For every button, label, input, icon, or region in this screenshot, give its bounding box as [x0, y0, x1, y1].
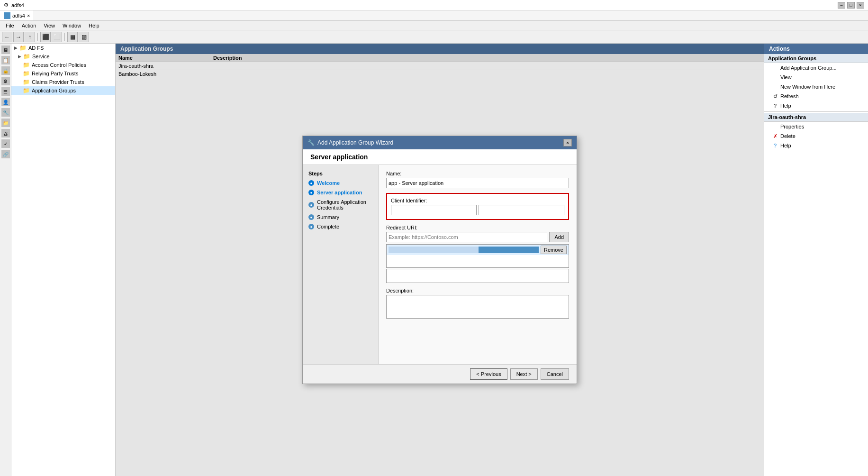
toolbar-btn3[interactable]: ▦ [67, 32, 78, 42]
redirect-list-item-1[interactable]: Remove [387, 245, 569, 255]
maximize-button[interactable]: □ [847, 2, 855, 9]
sidebar-icon-2[interactable]: 📋 [1, 56, 10, 64]
sidebar-icon-1[interactable]: 🖥 [1, 46, 10, 54]
tree-folder-service: 📁 [23, 53, 30, 60]
menu-window[interactable]: Window [59, 21, 85, 30]
action-help-2[interactable]: ? Help [764, 141, 868, 150]
cancel-button[interactable]: Cancel [541, 368, 569, 380]
action-refresh-icon: ↺ [772, 93, 778, 100]
action-properties-label: Properties [780, 124, 804, 129]
next-button[interactable]: Next > [510, 368, 538, 380]
tree-item-app-groups[interactable]: 📁 Application Groups [11, 86, 115, 95]
name-label: Name: [386, 171, 569, 176]
dialog-footer: < Previous Next > Cancel [303, 364, 577, 384]
tab-icon [4, 12, 10, 19]
dialog-close-button[interactable]: × [563, 139, 572, 146]
actions-panel: Actions Application Groups Add Applicati… [764, 44, 868, 476]
toolbar-back[interactable]: ← [2, 32, 12, 42]
client-id-input[interactable] [391, 205, 477, 215]
menu-action[interactable]: Action [18, 21, 40, 30]
tree-item-relying-party[interactable]: 📁 Relying Party Trusts [11, 69, 115, 78]
menu-bar: File Action View Window Help [0, 21, 868, 30]
step-label-server-app: Server application [317, 190, 362, 195]
tree-root[interactable]: ▶ 📁 AD FS [11, 44, 115, 52]
tree-item-claims-provider[interactable]: 📁 Claims Provider Trusts [11, 78, 115, 86]
action-new-window[interactable]: New Window from Here [764, 82, 868, 92]
sidebar-icon-6[interactable]: 👤 [1, 98, 10, 106]
toolbar-btn2[interactable]: ⬜ [52, 32, 62, 42]
action-refresh-label: Refresh [780, 93, 799, 99]
description-label: Description: [386, 288, 569, 293]
redirect-uri-input[interactable] [386, 232, 547, 242]
tab-close-icon[interactable]: × [27, 13, 30, 18]
menu-view[interactable]: View [40, 21, 59, 30]
step-server-app[interactable]: ● Server application [303, 188, 378, 197]
redirect-remove-button[interactable]: Remove [541, 246, 567, 254]
dialog-body: Steps ● Welcome ● Server application ● C… [303, 165, 577, 364]
action-view[interactable]: View [764, 73, 868, 82]
tree-item-service[interactable]: ▶ 📁 Service [11, 52, 115, 61]
tab-bar: adfs4 × [0, 10, 868, 21]
toolbar-sep2 [64, 33, 65, 41]
tree-arrow-root: ▶ [14, 46, 18, 50]
title-bar-text: adfs4 [11, 2, 24, 8]
sidebar-icon-11[interactable]: 🔗 [1, 150, 10, 158]
step-summary[interactable]: ● Summary [303, 212, 378, 222]
redirect-add-button[interactable]: Add [549, 232, 569, 242]
client-id-input-2[interactable] [479, 205, 564, 215]
dialog-steps: Steps ● Welcome ● Server application ● C… [303, 165, 379, 364]
redirect-uri-section: Redirect URI: Add Remove [386, 225, 569, 283]
description-textarea[interactable] [386, 295, 569, 319]
step-welcome[interactable]: ● Welcome [303, 178, 378, 188]
action-add-app-group[interactable]: Add Application Group... [764, 63, 868, 73]
name-input[interactable] [386, 178, 569, 188]
sidebar-icon-10[interactable]: ✓ [1, 139, 10, 148]
actions-header: Actions [764, 44, 868, 54]
description-field-group: Description: [386, 288, 569, 320]
tree-arrow-service: ▶ [18, 54, 21, 59]
title-bar: ⚙ adfs4 – □ × [0, 0, 868, 10]
action-view-icon [772, 74, 778, 81]
step-configure-app-creds[interactable]: ● Configure Application Credentials [303, 197, 378, 212]
tree-item-access-control[interactable]: 📁 Access Control Policies [11, 61, 115, 69]
tree-folder-root: 📁 [19, 45, 27, 51]
tab-label: adfs4 [12, 13, 25, 18]
action-help-1-icon: ? [772, 102, 778, 109]
close-button[interactable]: × [857, 2, 864, 9]
app-icon: ⚙ [4, 2, 9, 8]
sidebar-icon-3[interactable]: 🔒 [1, 66, 10, 75]
tree-root-label: AD FS [28, 45, 44, 51]
dialog-overlay: 🔧 Add Application Group Wizard × Server … [116, 44, 764, 476]
title-bar-left: ⚙ adfs4 [4, 2, 24, 8]
tab-adfs4[interactable]: adfs4 × [0, 10, 34, 20]
name-field-group: Name: [386, 171, 569, 188]
action-add-label: Add Application Group... [780, 65, 837, 71]
sidebar-icon-9[interactable]: 🖨 [1, 129, 10, 137]
minimize-button[interactable]: – [838, 2, 845, 9]
sidebar-icon-4[interactable]: ⚙ [1, 77, 10, 85]
previous-button[interactable]: < Previous [470, 368, 507, 380]
actions-section-title-2: Jira-oauth-shra [764, 113, 868, 122]
toolbar-forward[interactable]: → [13, 32, 24, 42]
menu-file[interactable]: File [2, 21, 18, 30]
toolbar-up[interactable]: ↑ [25, 32, 35, 42]
step-complete[interactable]: ● Complete [303, 222, 378, 231]
redirect-input-row: Add [386, 232, 569, 242]
sidebar-icon-5[interactable]: ☰ [1, 87, 10, 96]
action-help-1-label: Help [780, 103, 791, 109]
sidebar-icon-7[interactable]: 🔧 [1, 108, 10, 117]
sidebar-icon-8[interactable]: 📁 [1, 119, 10, 127]
action-properties[interactable]: Properties [764, 122, 868, 131]
menu-help[interactable]: Help [85, 21, 103, 30]
action-new-window-label: New Window from Here [780, 84, 835, 90]
toolbar-btn4[interactable]: ▨ [79, 32, 89, 42]
action-refresh[interactable]: ↺ Refresh [764, 92, 868, 101]
steps-title: Steps [303, 169, 378, 178]
toolbar-btn1[interactable]: ⬛ [40, 32, 51, 42]
dialog-title-bar: 🔧 Add Application Group Wizard × [303, 136, 577, 149]
tree-folder-claims-provider: 📁 [23, 79, 30, 85]
action-help-1[interactable]: ? Help [764, 101, 868, 110]
action-delete[interactable]: ✗ Delete [764, 131, 868, 141]
action-help-2-label: Help [780, 143, 791, 148]
step-label-configure-app-creds: Configure Application Credentials [317, 199, 372, 211]
